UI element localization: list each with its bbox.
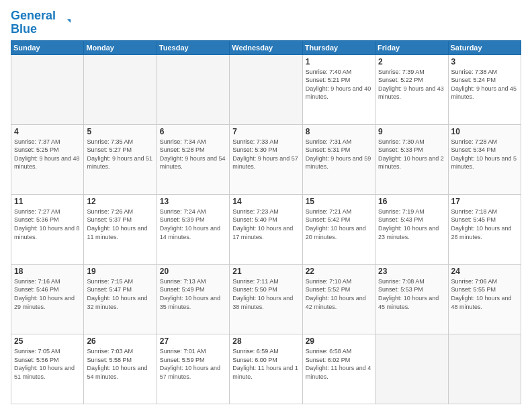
day-info: Sunrise: 7:33 AMSunset: 5:30 PMDaylight:…: [232, 138, 299, 171]
day-info: Sunrise: 7:08 AMSunset: 5:53 PMDaylight:…: [378, 277, 445, 311]
day-number: 11: [14, 197, 81, 206]
day-number: 14: [232, 197, 299, 206]
day-info: Sunrise: 7:05 AMSunset: 5:56 PMDaylight:…: [14, 347, 81, 381]
calendar-week-row: 25Sunrise: 7:05 AMSunset: 5:56 PMDayligh…: [11, 334, 521, 404]
calendar-cell: 17Sunrise: 7:18 AMSunset: 5:45 PMDayligh…: [448, 194, 521, 264]
day-info: Sunrise: 7:06 AMSunset: 5:55 PMDaylight:…: [451, 277, 518, 311]
day-info: Sunrise: 7:13 AMSunset: 5:49 PMDaylight:…: [160, 277, 226, 311]
calendar-cell: 16Sunrise: 7:19 AMSunset: 5:43 PMDayligh…: [375, 194, 448, 264]
calendar-cell: 12Sunrise: 7:26 AMSunset: 5:37 PMDayligh…: [84, 194, 157, 264]
day-info: Sunrise: 7:16 AMSunset: 5:46 PMDaylight:…: [14, 277, 81, 311]
calendar-week-row: 11Sunrise: 7:27 AMSunset: 5:36 PMDayligh…: [11, 194, 521, 264]
calendar-cell: [11, 54, 84, 124]
day-number: 4: [14, 127, 81, 136]
col-header-friday: Friday: [375, 40, 448, 54]
calendar-cell: 23Sunrise: 7:08 AMSunset: 5:53 PMDayligh…: [375, 264, 448, 334]
calendar-week-row: 4Sunrise: 7:37 AMSunset: 5:25 PMDaylight…: [11, 124, 521, 194]
day-number: 7: [232, 127, 299, 136]
calendar-cell: 25Sunrise: 7:05 AMSunset: 5:56 PMDayligh…: [11, 334, 84, 404]
day-number: 2: [378, 57, 445, 66]
day-number: 15: [306, 197, 372, 206]
calendar-cell: 14Sunrise: 7:23 AMSunset: 5:40 PMDayligh…: [230, 194, 302, 264]
calendar-cell: 21Sunrise: 7:11 AMSunset: 5:50 PMDayligh…: [230, 264, 302, 334]
day-info: Sunrise: 7:30 AMSunset: 5:33 PMDaylight:…: [378, 138, 445, 171]
day-number: 29: [306, 336, 372, 346]
calendar-cell: [84, 54, 157, 124]
calendar-cell: 20Sunrise: 7:13 AMSunset: 5:49 PMDayligh…: [157, 264, 229, 334]
day-number: 26: [87, 336, 153, 346]
day-info: Sunrise: 7:28 AMSunset: 5:34 PMDaylight:…: [451, 138, 518, 171]
day-info: Sunrise: 7:24 AMSunset: 5:39 PMDaylight:…: [160, 208, 226, 241]
day-number: 3: [451, 57, 518, 66]
day-number: 13: [160, 197, 226, 206]
logo-blue: Blue: [11, 22, 37, 36]
day-number: 28: [232, 336, 299, 346]
col-header-thursday: Thursday: [302, 40, 375, 54]
day-info: Sunrise: 7:40 AMSunset: 5:21 PMDaylight:…: [306, 68, 372, 101]
day-number: 8: [306, 127, 372, 136]
col-header-tuesday: Tuesday: [157, 40, 229, 54]
calendar-cell: 7Sunrise: 7:33 AMSunset: 5:30 PMDaylight…: [230, 124, 302, 194]
day-info: Sunrise: 7:38 AMSunset: 5:24 PMDaylight:…: [451, 68, 518, 101]
day-info: Sunrise: 7:21 AMSunset: 5:42 PMDaylight:…: [306, 208, 372, 241]
day-number: 18: [14, 267, 81, 276]
calendar-cell: 28Sunrise: 6:59 AMSunset: 6:00 PMDayligh…: [230, 334, 302, 404]
day-info: Sunrise: 7:15 AMSunset: 5:47 PMDaylight:…: [87, 277, 153, 311]
calendar-cell: 5Sunrise: 7:35 AMSunset: 5:27 PMDaylight…: [84, 124, 157, 194]
day-info: Sunrise: 7:23 AMSunset: 5:40 PMDaylight:…: [232, 208, 299, 241]
day-number: 6: [160, 127, 226, 136]
calendar-cell: 24Sunrise: 7:06 AMSunset: 5:55 PMDayligh…: [448, 264, 521, 334]
calendar-week-row: 18Sunrise: 7:16 AMSunset: 5:46 PMDayligh…: [11, 264, 521, 334]
logo-text: General Blue: [11, 9, 56, 36]
day-number: 1: [306, 57, 372, 66]
day-info: Sunrise: 7:18 AMSunset: 5:45 PMDaylight:…: [451, 208, 518, 241]
calendar-cell: 13Sunrise: 7:24 AMSunset: 5:39 PMDayligh…: [157, 194, 229, 264]
calendar-cell: 18Sunrise: 7:16 AMSunset: 5:46 PMDayligh…: [11, 264, 84, 334]
calendar-table: SundayMondayTuesdayWednesdayThursdayFrid…: [11, 40, 521, 404]
day-info: Sunrise: 7:27 AMSunset: 5:36 PMDaylight:…: [14, 208, 81, 241]
day-info: Sunrise: 7:19 AMSunset: 5:43 PMDaylight:…: [378, 208, 445, 241]
day-number: 20: [160, 267, 226, 276]
calendar-cell: 11Sunrise: 7:27 AMSunset: 5:36 PMDayligh…: [11, 194, 84, 264]
calendar-cell: 27Sunrise: 7:01 AMSunset: 5:59 PMDayligh…: [157, 334, 229, 404]
calendar-cell: 9Sunrise: 7:30 AMSunset: 5:33 PMDaylight…: [375, 124, 448, 194]
day-number: 10: [451, 127, 518, 136]
col-header-monday: Monday: [84, 40, 157, 54]
day-number: 5: [87, 127, 153, 136]
calendar-cell: 15Sunrise: 7:21 AMSunset: 5:42 PMDayligh…: [302, 194, 375, 264]
col-header-wednesday: Wednesday: [230, 40, 302, 54]
day-number: 17: [451, 197, 518, 206]
day-info: Sunrise: 7:26 AMSunset: 5:37 PMDaylight:…: [87, 208, 153, 241]
day-number: 9: [378, 127, 445, 136]
calendar-week-row: 1Sunrise: 7:40 AMSunset: 5:21 PMDaylight…: [11, 54, 521, 124]
col-header-sunday: Sunday: [11, 40, 84, 54]
day-info: Sunrise: 7:31 AMSunset: 5:31 PMDaylight:…: [306, 138, 372, 171]
day-info: Sunrise: 7:35 AMSunset: 5:27 PMDaylight:…: [87, 138, 153, 171]
logo-general: General: [11, 9, 56, 22]
day-info: Sunrise: 7:37 AMSunset: 5:25 PMDaylight:…: [14, 138, 81, 171]
day-info: Sunrise: 7:01 AMSunset: 5:59 PMDaylight:…: [160, 347, 226, 381]
calendar-cell: 3Sunrise: 7:38 AMSunset: 5:24 PMDaylight…: [448, 54, 521, 124]
calendar-cell: [448, 334, 521, 404]
day-info: Sunrise: 6:59 AMSunset: 6:00 PMDaylight:…: [232, 347, 299, 381]
logo-icon: [57, 15, 72, 30]
calendar-cell: 29Sunrise: 6:58 AMSunset: 6:02 PMDayligh…: [302, 334, 375, 404]
day-info: Sunrise: 7:03 AMSunset: 5:58 PMDaylight:…: [87, 347, 153, 381]
calendar-cell: [157, 54, 229, 124]
calendar-cell: 4Sunrise: 7:37 AMSunset: 5:25 PMDaylight…: [11, 124, 84, 194]
day-number: 21: [232, 267, 299, 276]
calendar-header-row: SundayMondayTuesdayWednesdayThursdayFrid…: [11, 40, 521, 54]
day-number: 12: [87, 197, 153, 206]
calendar-cell: 8Sunrise: 7:31 AMSunset: 5:31 PMDaylight…: [302, 124, 375, 194]
calendar-cell: [375, 334, 448, 404]
day-number: 22: [306, 267, 372, 276]
day-info: Sunrise: 7:11 AMSunset: 5:50 PMDaylight:…: [232, 277, 299, 311]
day-info: Sunrise: 7:39 AMSunset: 5:22 PMDaylight:…: [378, 68, 445, 101]
calendar-cell: 22Sunrise: 7:10 AMSunset: 5:52 PMDayligh…: [302, 264, 375, 334]
day-number: 19: [87, 267, 153, 276]
calendar-cell: 19Sunrise: 7:15 AMSunset: 5:47 PMDayligh…: [84, 264, 157, 334]
day-number: 23: [378, 267, 445, 276]
calendar-cell: 6Sunrise: 7:34 AMSunset: 5:28 PMDaylight…: [157, 124, 229, 194]
day-info: Sunrise: 7:10 AMSunset: 5:52 PMDaylight:…: [306, 277, 372, 311]
calendar-cell: 1Sunrise: 7:40 AMSunset: 5:21 PMDaylight…: [302, 54, 375, 124]
